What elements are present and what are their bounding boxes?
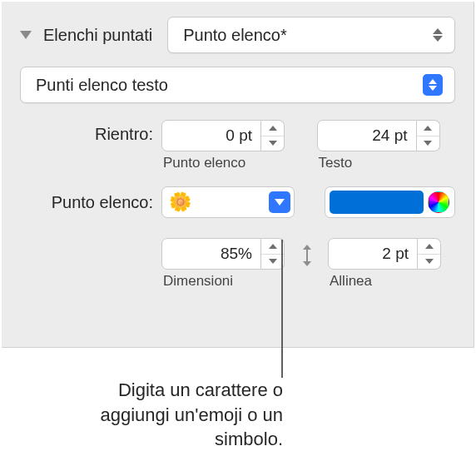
size-group: 85% Dimensioni xyxy=(161,238,286,290)
text-indent-field[interactable]: 24 pt xyxy=(317,120,417,151)
section-header-row: Elenchi puntati Punto elenco* xyxy=(20,17,455,53)
bullet-type-popup[interactable]: Punti elenco testo xyxy=(20,67,455,103)
text-indent-caption: Testo xyxy=(319,155,353,171)
bullet-type-value: Punti elenco testo xyxy=(36,76,168,95)
vertical-align-icon xyxy=(286,238,328,268)
callout-text: Digita un carattere o aggiungi un'emoji … xyxy=(67,378,283,452)
flower-icon: 🌼 xyxy=(169,193,191,211)
updown-arrows-icon xyxy=(433,28,443,42)
bullets-panel: Elenchi puntati Punto elenco* Punti elen… xyxy=(2,2,474,348)
section-title: Elenchi puntati xyxy=(43,26,152,45)
bullet-indent-field[interactable]: 0 pt xyxy=(161,120,261,151)
size-caption: Dimensioni xyxy=(163,273,233,290)
indent-row: Rientro: 0 pt Punto elenco 24 pt xyxy=(20,120,455,171)
size-field[interactable]: 85% xyxy=(161,238,261,270)
align-caption: Allinea xyxy=(330,273,372,290)
indent-label: Rientro: xyxy=(20,120,161,144)
size-align-row: 85% Dimensioni 2 pt xyxy=(20,238,455,290)
bullet-character-select[interactable]: 🌼 xyxy=(161,186,295,218)
bullet-color-well[interactable] xyxy=(325,186,455,218)
list-style-popup[interactable]: Punto elenco* xyxy=(167,17,455,53)
chevron-down-icon xyxy=(269,191,290,213)
bullet-indent-group: 0 pt Punto elenco xyxy=(161,120,300,171)
updown-arrows-icon xyxy=(423,74,443,96)
disclosure-triangle-icon[interactable] xyxy=(20,31,32,39)
callout-leader-line xyxy=(281,240,283,378)
bullet-indent-caption: Punto elenco xyxy=(163,155,245,171)
align-field[interactable]: 2 pt xyxy=(328,238,418,270)
bullet-character-row: Punto elenco: 🌼 xyxy=(20,186,455,218)
color-swatch[interactable] xyxy=(330,191,424,214)
bullet-indent-stepper[interactable] xyxy=(261,120,285,151)
list-style-value: Punto elenco* xyxy=(183,26,287,45)
text-indent-stepper[interactable] xyxy=(417,120,440,151)
align-stepper[interactable] xyxy=(418,238,441,270)
align-group: 2 pt Allinea xyxy=(328,238,453,290)
color-wheel-icon[interactable] xyxy=(428,191,449,213)
bullet-character-label: Punto elenco: xyxy=(20,193,161,212)
text-indent-group: 24 pt Testo xyxy=(317,120,456,171)
